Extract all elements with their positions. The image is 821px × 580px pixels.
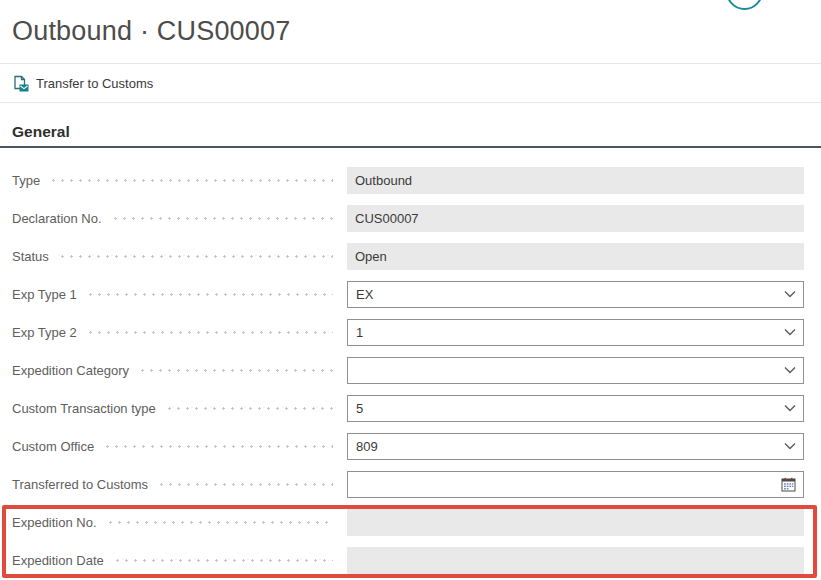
field-label: Exp Type 1 <box>12 287 77 302</box>
field-label: Custom Office <box>12 439 94 454</box>
field-label: Transferred to Customs <box>12 477 148 492</box>
readonly-field-expedition-no <box>347 509 804 536</box>
readonly-field-declaration-no: CUS00007 <box>347 205 804 232</box>
dotted-leader <box>49 179 333 182</box>
readonly-field-expedition-date <box>347 547 804 574</box>
field-label: Custom Transaction type <box>12 401 156 416</box>
chevron-down-icon[interactable] <box>784 290 796 298</box>
field-label: Exp Type 2 <box>12 325 77 340</box>
dotted-leader <box>138 369 333 372</box>
field-label: Type <box>12 173 40 188</box>
transfer-to-customs-label: Transfer to Customs <box>36 76 153 91</box>
chevron-down-icon[interactable] <box>784 366 796 374</box>
declaration-page: Outbound · CUS00007 Transfer to Customs … <box>0 0 821 580</box>
field-label: Declaration No. <box>12 211 102 226</box>
general-section-header: General <box>0 103 821 148</box>
transfer-to-customs-button[interactable]: Transfer to Customs <box>12 75 153 92</box>
page-header: Outbound · CUS00007 <box>0 0 821 48</box>
dropdown-field-custom-transaction-type[interactable]: 5 <box>347 395 804 422</box>
date-field-transferred-to-customs[interactable] <box>347 471 804 498</box>
field-row-expedition-category: Expedition Category <box>12 351 804 389</box>
dropdown-field-exp-type-2[interactable]: 1 <box>347 319 804 346</box>
field-row-custom-office: Custom Office 809 <box>12 427 804 465</box>
field-label: Status <box>12 249 49 264</box>
dotted-leader <box>113 559 333 562</box>
field-value: Outbound <box>347 167 804 194</box>
action-bar: Transfer to Customs <box>0 63 821 103</box>
field-value: 1 <box>348 319 784 346</box>
fields-list: Type Outbound Declaration No. CUS00007 S… <box>0 161 821 579</box>
field-value: EX <box>348 281 784 308</box>
transfer-document-icon <box>12 75 29 92</box>
field-label: Expedition No. <box>12 515 97 530</box>
chevron-down-icon[interactable] <box>784 328 796 336</box>
field-row-exp-type-2: Exp Type 2 1 <box>12 313 804 351</box>
page-title: Outbound · CUS00007 <box>12 14 809 48</box>
dropdown-field-expedition-category[interactable] <box>347 357 804 384</box>
general-section-title[interactable]: General <box>12 123 70 140</box>
field-row-transferred-to-customs: Transferred to Customs <box>12 465 804 503</box>
field-label: Expedition Category <box>12 363 129 378</box>
readonly-field-type: Outbound <box>347 167 804 194</box>
field-row-expedition-no: Expedition No. <box>12 503 804 541</box>
dropdown-field-custom-office[interactable]: 809 <box>347 433 804 460</box>
dotted-leader <box>157 483 333 486</box>
field-row-declaration-no: Declaration No. CUS00007 <box>12 199 804 237</box>
dropdown-field-exp-type-1[interactable]: EX <box>347 281 804 308</box>
field-value: 809 <box>348 433 784 460</box>
dotted-leader <box>106 521 333 524</box>
field-row-exp-type-1: Exp Type 1 EX <box>12 275 804 313</box>
dotted-leader <box>111 217 333 220</box>
dotted-leader <box>103 445 333 448</box>
field-label: Expedition Date <box>12 553 104 568</box>
chevron-down-icon[interactable] <box>784 442 796 450</box>
field-row-type: Type Outbound <box>12 161 804 199</box>
dotted-leader <box>165 407 333 410</box>
field-value: CUS00007 <box>347 205 804 232</box>
chevron-down-icon[interactable] <box>784 404 796 412</box>
field-row-status: Status Open <box>12 237 804 275</box>
field-row-expedition-date: Expedition Date <box>12 541 804 579</box>
field-value: Open <box>347 243 804 270</box>
dotted-leader <box>86 331 333 334</box>
dotted-leader <box>86 293 333 296</box>
field-value: 5 <box>348 395 784 422</box>
field-row-custom-transaction-type: Custom Transaction type 5 <box>12 389 804 427</box>
readonly-field-status: Open <box>347 243 804 270</box>
calendar-icon[interactable] <box>781 477 796 492</box>
dotted-leader <box>58 255 333 258</box>
